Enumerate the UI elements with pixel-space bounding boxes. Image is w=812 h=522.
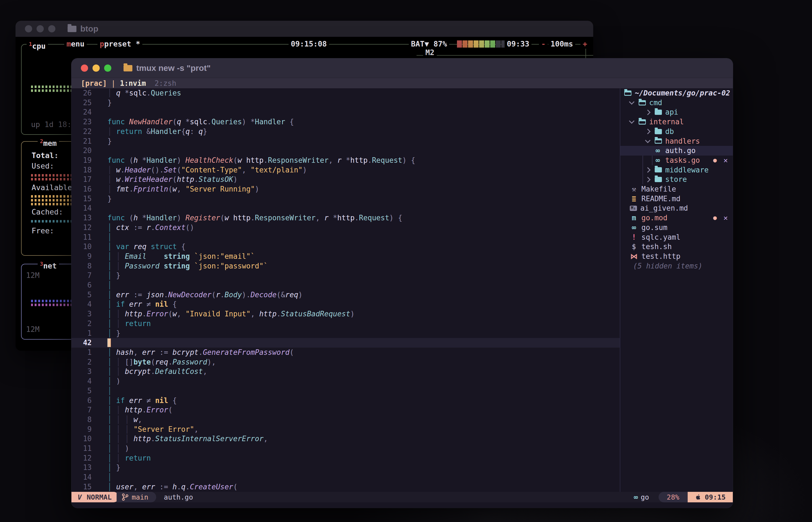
chevron-right-icon[interactable] xyxy=(645,129,651,134)
close-button[interactable] xyxy=(81,64,88,72)
code-line-cursor[interactable]: 42▊ xyxy=(72,338,620,348)
code-line[interactable]: 2│ │ []byte(req.Password), xyxy=(72,357,620,367)
code-text: func (h *Handler) Register(w http.Respon… xyxy=(108,213,402,223)
code-line[interactable]: 21} xyxy=(72,137,620,146)
tree-item-internal[interactable]: internal xyxy=(620,117,733,127)
tree-item-makefile[interactable]: ⚒Makefile xyxy=(620,184,733,194)
code-line[interactable]: 11│ xyxy=(72,233,620,242)
tree-item-handlers[interactable]: handlers xyxy=(620,137,733,146)
code-text: │ xyxy=(108,280,112,290)
code-line[interactable]: 17│ w.WriteHeader(http.StatusOK) xyxy=(72,175,620,184)
interval-minus-button[interactable]: - xyxy=(539,39,548,49)
code-line[interactable]: 3│ │ bcrypt.DefaultCost, xyxy=(72,367,620,376)
code-line[interactable]: 9│ │ Email string `json:"email"` xyxy=(72,252,620,261)
code-text: │ │ http.Error( xyxy=(108,405,173,415)
btop-traffic-lights[interactable] xyxy=(25,25,55,33)
tmux-window-1:nvim[interactable]: 1:nvim xyxy=(120,79,146,87)
code-line[interactable]: 19func (h *Handler) HealthCheck(w http.R… xyxy=(72,156,620,165)
tree-item-middleware[interactable]: middleware xyxy=(620,165,733,175)
tree-item-root[interactable]: ~/Documents/go/prac-02 xyxy=(620,88,733,98)
code-line[interactable]: 9│ │ │ "Server Error", xyxy=(72,425,620,434)
code-line[interactable]: 18│ w.Header().Set("Content-Type", "text… xyxy=(72,165,620,175)
code-line[interactable]: 7│ } xyxy=(72,271,620,280)
code-line[interactable]: 23func NewHandler(q *sqlc.Queries) *Hand… xyxy=(72,117,620,127)
code-line[interactable]: 8│ │ │ w, xyxy=(72,415,620,425)
folder-icon xyxy=(655,167,662,173)
code-line[interactable]: 3│ │ http.Error(w, "Invaild Input", http… xyxy=(72,309,620,319)
code-line[interactable]: 5│ xyxy=(72,386,620,396)
tree-item-api[interactable]: api xyxy=(620,107,733,117)
minimize-button[interactable] xyxy=(37,25,44,33)
code-line[interactable]: 15} xyxy=(72,194,620,204)
tmux-window-2:zsh[interactable]: 2:zsh xyxy=(146,79,176,87)
tree-item-tasks-go[interactable]: ∞tasks.go●✕ xyxy=(620,156,733,165)
code-line[interactable]: 25} xyxy=(72,98,620,108)
tree-item-go-mod[interactable]: mgo.mod●✕ xyxy=(620,213,733,223)
tree-item-readme[interactable]: ≣README.md xyxy=(620,194,733,204)
tree-item-cmd[interactable]: cmd xyxy=(620,98,733,108)
code-line[interactable]: 13func (h *Handler) Register(w http.Resp… xyxy=(72,213,620,223)
menu-button[interactable]: menu xyxy=(64,39,87,49)
tree-item-test-http[interactable]: ⋈test.http xyxy=(620,252,733,261)
code-line[interactable]: 8│ │ Password string `json:"password"` xyxy=(72,261,620,271)
code-line[interactable]: 14 xyxy=(72,203,620,213)
code-line[interactable]: 12│ ctx := r.Context() xyxy=(72,223,620,233)
code-line[interactable]: 10│ var req struct { xyxy=(72,242,620,252)
code-line[interactable]: 20 xyxy=(72,146,620,156)
close-file-icon[interactable]: ✕ xyxy=(723,156,728,165)
traffic-lights[interactable] xyxy=(81,64,111,72)
close-button[interactable] xyxy=(25,25,32,33)
zoom-button[interactable] xyxy=(48,25,55,33)
code-line[interactable]: 15│ user, err := h.q.CreateUser( xyxy=(72,482,620,492)
code-editor[interactable]: 26│ q *sqlc.Queries25}2423func NewHandle… xyxy=(72,88,620,492)
chevron-down-icon[interactable] xyxy=(629,118,635,124)
tree-item-label: go.sum xyxy=(641,223,668,233)
tree-item-sqlc-yaml[interactable]: !sqlc.yaml xyxy=(620,233,733,242)
minimize-button[interactable] xyxy=(93,64,100,72)
code-text: │ xyxy=(108,473,112,482)
code-line[interactable]: 6│ if err ≠ nil { xyxy=(72,396,620,405)
line-number: 9 xyxy=(72,252,92,261)
code-line[interactable]: 14│ xyxy=(72,473,620,482)
chevron-down-icon[interactable] xyxy=(645,138,651,143)
code-line[interactable]: 2│ │ return xyxy=(72,319,620,328)
tree-item-store[interactable]: store xyxy=(620,175,733,184)
tree-item-tesh-sh[interactable]: $tesh.sh xyxy=(620,242,733,252)
code-line[interactable]: 6│ xyxy=(72,280,620,290)
code-line[interactable]: 1│ } xyxy=(72,328,620,338)
tree-item-auth-go[interactable]: ∞auth.go xyxy=(620,146,733,156)
zoom-button[interactable] xyxy=(104,64,111,72)
chevron-right-icon[interactable] xyxy=(645,109,651,115)
preset-button[interactable]: ppreset * xyxy=(97,39,142,49)
code-line[interactable]: 1│ hash, err := bcrypt.GenerateFromPassw… xyxy=(72,348,620,357)
mem-cached-label: Cached: xyxy=(30,207,65,217)
chevron-right-icon[interactable] xyxy=(645,177,651,182)
close-file-icon[interactable]: ✕ xyxy=(723,213,728,223)
code-line[interactable]: 22│ return &Handler{q: q} xyxy=(72,127,620,137)
code-line[interactable]: 4│ if err ≠ nil { xyxy=(72,299,620,309)
tree-item-go-sum[interactable]: ∞go.sum xyxy=(620,223,733,233)
code-line[interactable]: 11│ │ ) xyxy=(72,444,620,453)
code-text: │ if err ≠ nil { xyxy=(108,299,177,309)
code-line[interactable]: 7│ │ http.Error( xyxy=(72,405,620,415)
nvim-statusline: V NORMAL main auth.go ∞ go 28% xyxy=(72,492,733,502)
folder-open-icon xyxy=(655,138,662,144)
chevron-down-icon[interactable] xyxy=(629,99,635,105)
file-tree[interactable]: ~/Documents/go/prac-02cmdapiinternaldbha… xyxy=(620,88,733,492)
code-line[interactable]: 12│ │ return xyxy=(72,453,620,463)
tree-item-hidden-items[interactable]: (5 hidden items) xyxy=(620,261,733,271)
interval-plus-button[interactable]: + xyxy=(580,39,589,49)
code-line[interactable]: 26│ q *sqlc.Queries xyxy=(72,88,620,98)
window-title: tmux new -s "prot" xyxy=(136,63,211,73)
code-line[interactable]: 24 xyxy=(72,107,620,117)
code-line[interactable]: 13│ } xyxy=(72,463,620,473)
line-number: 4 xyxy=(72,299,92,309)
code-line[interactable]: 10│ │ │ http.StatusInternalServerError, xyxy=(72,434,620,444)
chevron-right-icon[interactable] xyxy=(645,167,651,173)
tree-item-db[interactable]: db xyxy=(620,127,733,137)
code-line[interactable]: 4│ ) xyxy=(72,376,620,386)
tree-item-ai-given[interactable]: M↓ai_given.md xyxy=(620,203,733,213)
terminal-window[interactable]: tmux new -s "prot" [prac] | 1:nvim 2:zsh… xyxy=(72,58,733,508)
code-line[interactable]: 16│ fmt.Fprintln(w, "Server Running") xyxy=(72,184,620,194)
code-line[interactable]: 5│ err := json.NewDecoder(r.Body).Decode… xyxy=(72,290,620,300)
